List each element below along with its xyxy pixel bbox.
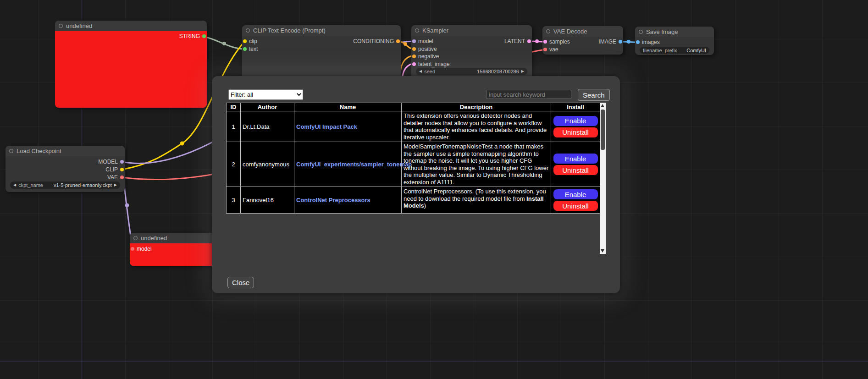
next-arrow-icon[interactable]: ▶ [114, 181, 117, 189]
link-midpoint-dot [404, 42, 407, 46]
cell-description: This extension offers various detector n… [402, 111, 551, 142]
cell-name: ControlNet Preprocessors [294, 187, 402, 214]
table-scrollbar[interactable] [600, 103, 606, 254]
node-load-checkpoint[interactable]: Load Checkpoint MODEL CLIP VAE ◀ ckpt_na… [6, 146, 125, 192]
node-undefined-bottom[interactable]: undefined model [130, 233, 217, 266]
collapse-dot-icon[interactable] [59, 24, 63, 28]
extension-link[interactable]: ComfyUI_experiments/sampler_tonemap [296, 161, 412, 168]
collapse-dot-icon[interactable] [639, 30, 643, 34]
input-dot-clip[interactable] [243, 39, 247, 43]
prev-arrow-icon[interactable]: ◀ [13, 181, 16, 189]
node-error-body [55, 31, 207, 108]
slot-label: MODEL [98, 159, 118, 165]
custom-nodes-dialog: Filter: all Search ID Author Name Descri… [212, 76, 620, 293]
extension-link[interactable]: ControlNet Preprocessors [296, 197, 370, 203]
node-title: undefined [66, 22, 92, 29]
input-dot-model[interactable] [412, 39, 416, 43]
output-dot-conditioning[interactable] [396, 39, 400, 43]
grid-axis-horizontal [0, 361, 868, 362]
search-input[interactable] [486, 90, 571, 99]
output-dot-string[interactable] [202, 34, 206, 38]
increment-arrow-icon[interactable]: ▶ [521, 68, 524, 75]
node-title-bar[interactable]: VAE Decode [542, 26, 623, 37]
decrement-arrow-icon[interactable]: ◀ [419, 68, 422, 75]
input-dot-latent-image[interactable] [412, 62, 416, 66]
output-dot-clip[interactable] [120, 168, 124, 171]
slot-label: vae [549, 46, 558, 53]
ckpt-name-widget[interactable]: ◀ ckpt_name v1-5-pruned-emaonly.ckpt ▶ [10, 181, 120, 189]
node-title-bar[interactable]: undefined [130, 233, 217, 243]
node-vae-decode[interactable]: VAE Decode samples vae IMAGE [542, 26, 623, 55]
input-dot-vae[interactable] [543, 48, 547, 51]
output-dot-vae[interactable] [120, 176, 124, 179]
cell-description: ModelSamplerTonemapNoiseTest a node that… [402, 142, 551, 187]
input-dot-samples[interactable] [543, 40, 547, 44]
uninstall-button[interactable]: Uninstall [553, 201, 598, 211]
uninstall-button[interactable]: Uninstall [553, 165, 598, 175]
input-dot-model[interactable] [131, 247, 134, 251]
cell-author: Dr.Lt.Data [241, 111, 294, 142]
node-title: KSampler [422, 27, 448, 34]
collapse-dot-icon[interactable] [246, 28, 250, 33]
column-header-install: Install [551, 103, 600, 111]
node-title-bar[interactable]: Save Image [635, 27, 714, 37]
enable-button[interactable]: Enable [553, 116, 598, 126]
input-dot-positive[interactable] [412, 47, 416, 51]
column-header-name: Name [294, 103, 402, 111]
filter-select[interactable]: Filter: all [228, 89, 303, 100]
collapse-dot-icon[interactable] [415, 28, 419, 33]
scroll-down-icon[interactable] [601, 249, 604, 253]
cell-description: ControlNet Preprocessors. (To use this e… [402, 187, 551, 214]
cell-author: Fannovel16 [241, 187, 294, 214]
node-title-bar[interactable]: KSampler [411, 25, 532, 36]
input-slot-positive: positive [412, 46, 437, 52]
uninstall-button[interactable]: Uninstall [553, 127, 598, 137]
node-title-bar[interactable]: CLIP Text Encode (Prompt) [242, 25, 401, 36]
input-dot-text[interactable] [243, 47, 247, 51]
output-dot-model[interactable] [120, 160, 124, 164]
scroll-up-icon[interactable] [601, 104, 604, 107]
slot-label: positive [418, 46, 437, 52]
node-title-bar[interactable]: Load Checkpoint [6, 146, 125, 156]
node-title-bar[interactable]: undefined [55, 21, 207, 31]
input-dot-images[interactable] [636, 40, 640, 44]
slot-label: STRING [179, 33, 200, 39]
slot-label: model [418, 38, 433, 44]
scrollbar-thumb[interactable] [601, 110, 605, 150]
node-title: VAE Decode [553, 28, 587, 35]
filename-prefix-widget[interactable]: filename_prefix ComfyUI [640, 47, 709, 54]
extension-link[interactable]: ComfyUI Impact Pack [296, 123, 357, 130]
collapse-dot-icon[interactable] [9, 149, 13, 153]
cell-id: 2 [227, 142, 241, 187]
close-button[interactable]: Close [227, 277, 254, 288]
node-undefined-top[interactable]: undefined STRING [55, 21, 207, 108]
description-text: ) [424, 202, 426, 209]
node-ksampler[interactable]: KSampler model positive negative latent_… [411, 25, 532, 80]
table-row: 2 comfyanonymous ComfyUI_experiments/sam… [227, 142, 600, 187]
cell-id: 3 [227, 187, 241, 214]
widget-label: seed [424, 69, 435, 74]
output-slot-model: MODEL [98, 159, 124, 165]
node-canvas[interactable]: undefined STRING CLIP Text Encode (Promp… [0, 0, 868, 379]
seed-widget[interactable]: ◀ seed 156680208700286 ▶ [416, 68, 527, 75]
collapse-dot-icon[interactable] [133, 236, 138, 240]
input-slot-samples: samples [543, 39, 570, 44]
search-button[interactable]: Search [578, 89, 610, 101]
slot-label: text [249, 46, 258, 52]
slot-label: clip [249, 38, 257, 44]
enable-button[interactable]: Enable [553, 189, 598, 199]
cell-author: comfyanonymous [241, 142, 294, 187]
input-dot-negative[interactable] [412, 55, 416, 58]
widget-value: 156680208700286 [477, 69, 519, 74]
collapse-dot-icon[interactable] [546, 29, 550, 33]
column-header-author: Author [241, 103, 294, 111]
node-save-image[interactable]: Save Image images filename_prefix ComfyU… [635, 27, 714, 55]
slot-label: model [137, 246, 152, 252]
output-slot-clip: CLIP [105, 167, 124, 172]
enable-button[interactable]: Enable [553, 154, 598, 164]
output-dot-image[interactable] [619, 40, 622, 44]
output-dot-latent[interactable] [527, 39, 531, 43]
link-midpoint-dot [125, 203, 129, 208]
output-slot-vae: VAE [107, 175, 124, 180]
widget-label: ckpt_name [18, 182, 43, 188]
